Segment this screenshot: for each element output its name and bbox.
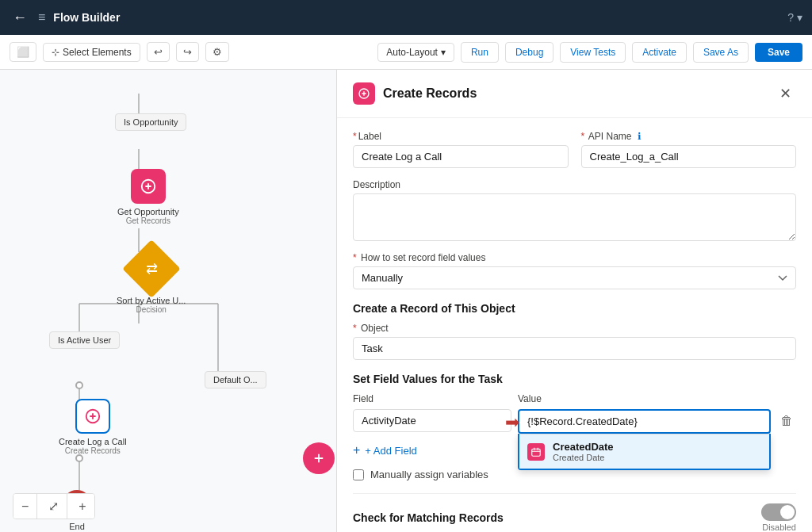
description-label: Description: [353, 179, 796, 190]
object-label: * Object: [353, 323, 796, 334]
manually-assign-checkbox[interactable]: [353, 469, 364, 480]
field-row-header: Field Value: [353, 393, 796, 404]
check-match-title: Check for Matching Records: [353, 511, 504, 524]
panel-close-button[interactable]: ✕: [775, 83, 796, 104]
add-field-button[interactable]: + + Add Field: [353, 438, 417, 462]
side-panel: Create Records ✕ *Label * API Name ℹ: [336, 70, 812, 532]
toggle-knob: [780, 505, 795, 519]
field-input[interactable]: [353, 409, 511, 432]
svg-rect-14: [532, 449, 541, 456]
canvas-controls: − ⤢ +: [13, 493, 95, 519]
create-records-icon: [75, 399, 110, 434]
partial-node: [303, 442, 335, 474]
panel-title: Create Records: [383, 86, 767, 101]
label-field-label: *Label: [353, 131, 569, 142]
view-tests-button[interactable]: View Tests: [560, 42, 626, 63]
fit-view-button[interactable]: ⤢: [40, 494, 67, 519]
is-active-user-node[interactable]: Is Active User: [49, 331, 120, 349]
get-records-icon: [131, 169, 166, 204]
save-as-button[interactable]: Save As: [693, 42, 749, 63]
default-node[interactable]: Default O...: [205, 371, 266, 388]
debug-button[interactable]: Debug: [505, 42, 553, 63]
toolbar: ⬜ ⊹ Select Elements ↩ ↪ ⚙ Auto-Layout ▾ …: [0, 35, 812, 70]
how-to-set-select[interactable]: Manually From template: [353, 266, 796, 289]
panel-header: Create Records ✕: [337, 70, 812, 118]
label-apiname-row: *Label * API Name ℹ: [353, 131, 796, 168]
toggle-wrapper: Disabled: [761, 503, 796, 532]
delete-field-button[interactable]: 🗑: [777, 411, 796, 431]
chevron-down-icon: ▾: [441, 47, 446, 58]
cursor-icon: ⊹: [52, 47, 59, 58]
suggestion-name: CreatedDate: [553, 441, 614, 453]
toggle-label: Disabled: [762, 522, 796, 532]
suggestion-item[interactable]: CreatedDate Created Date: [519, 434, 769, 469]
auto-layout-button[interactable]: Auto-Layout ▾: [377, 43, 454, 62]
how-to-set-label: * How to set record field values: [353, 252, 796, 263]
create-object-title: Create a Record of This Object: [353, 302, 796, 315]
suggestion-dropdown: CreatedDate Created Date: [518, 434, 771, 470]
value-input[interactable]: [518, 409, 771, 434]
panel-body: *Label * API Name ℹ Description: [337, 118, 812, 532]
api-name-input[interactable]: [581, 145, 797, 168]
run-button[interactable]: Run: [461, 42, 499, 63]
zoom-out-button[interactable]: −: [13, 494, 37, 519]
nav-title: Flow Builder: [53, 11, 120, 24]
sort-by-active-node[interactable]: ⇄ Sort by Active U... Decision: [117, 248, 186, 314]
object-group: * Object: [353, 323, 796, 360]
create-log-node[interactable]: Create Log a Call Create Records: [59, 399, 127, 455]
activate-button[interactable]: Activate: [632, 42, 687, 63]
is-opportunity-node[interactable]: Is Opportunity: [115, 113, 186, 131]
manually-assign-label: Manually assign variables: [370, 469, 488, 480]
save-button[interactable]: Save: [755, 43, 802, 62]
settings-button[interactable]: ⚙: [205, 42, 229, 62]
apiname-group: * API Name ℹ: [581, 131, 797, 168]
value-input-wrapper: CreatedDate Created Date: [518, 409, 771, 434]
flow-canvas[interactable]: Is Opportunity Get Opportunity Get Recor…: [0, 70, 336, 532]
get-opportunity-node[interactable]: Get Opportunity Get Records: [117, 169, 179, 225]
back-button[interactable]: ←: [10, 6, 30, 29]
help-button[interactable]: ? ▾: [787, 11, 802, 24]
object-input[interactable]: [353, 337, 796, 360]
plus-icon: +: [353, 443, 360, 457]
value-col-label: Value: [518, 393, 796, 404]
connector-circle-2: [75, 454, 83, 462]
connector-circle: [75, 381, 83, 389]
zoom-in-button[interactable]: +: [71, 494, 94, 519]
label-input[interactable]: [353, 145, 569, 168]
canvas-view-button[interactable]: ⬜: [10, 42, 36, 62]
field-row: ➡ CreatedDate Created Date: [353, 409, 796, 434]
redo-button[interactable]: ↪: [176, 42, 199, 62]
undo-button[interactable]: ↩: [147, 42, 170, 62]
nav-bar: ← ≡ Flow Builder ? ▾: [0, 0, 812, 35]
flow-icon: ≡: [38, 10, 45, 25]
set-field-title: Set Field Values for the Task: [353, 373, 796, 385]
main-area: Is Opportunity Get Opportunity Get Recor…: [0, 70, 812, 532]
apiname-field-label: * API Name ℹ: [581, 131, 797, 142]
info-icon: ℹ: [638, 131, 642, 142]
created-date-icon: [527, 443, 545, 461]
select-elements-button[interactable]: ⊹ Select Elements: [43, 43, 140, 62]
description-input[interactable]: [353, 193, 796, 241]
label-group: *Label: [353, 131, 569, 168]
how-to-set-group: * How to set record field values Manuall…: [353, 252, 796, 289]
manually-assign-row: Manually assign variables: [353, 469, 796, 480]
check-match-row: Check for Matching Records Disabled: [353, 493, 796, 532]
field-col-label: Field: [353, 393, 511, 404]
panel-title-icon: [353, 82, 375, 105]
description-group: Description: [353, 179, 796, 241]
matching-records-toggle[interactable]: [761, 503, 796, 521]
suggestion-desc: Created Date: [553, 453, 614, 462]
